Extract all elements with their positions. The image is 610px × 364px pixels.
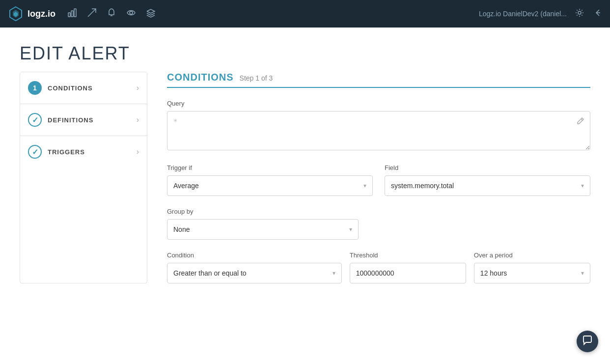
condition-select[interactable]: Greater than or equal to Greater than Le… — [167, 263, 341, 283]
query-group: Query * — [167, 100, 590, 152]
edit-icon[interactable] — [577, 117, 584, 127]
user-text: Logz.io DanielDev2 (daniel... — [479, 10, 567, 18]
section-title-row: CONDITIONS Step 1 of 3 — [167, 72, 590, 83]
svg-point-8 — [130, 11, 133, 14]
group-by-select-wrapper: None ▾ — [167, 219, 359, 240]
chat-icon — [582, 335, 593, 348]
logo-icon — [8, 6, 24, 22]
trigger-field-row: Trigger if Average Sum Min Max Count ▾ F… — [167, 164, 590, 196]
bar-chart-icon[interactable] — [67, 8, 77, 20]
nav-left: logz.io — [8, 6, 156, 22]
conditions-label: CONDITIONS — [48, 84, 137, 92]
trigger-if-select-wrapper: Average Sum Min Max Count ▾ — [167, 175, 373, 196]
send-icon[interactable] — [87, 8, 97, 20]
period-select[interactable]: 1 hour 2 hours 4 hours 6 hours 12 hours … — [474, 263, 590, 283]
condition-row: Condition Greater than or equal to Great… — [167, 252, 590, 283]
svg-rect-4 — [71, 11, 73, 17]
svg-rect-5 — [74, 9, 76, 17]
svg-point-9 — [578, 11, 581, 14]
condition-col: Condition Greater than or equal to Great… — [167, 252, 342, 283]
top-navigation: logz.io — [0, 0, 610, 28]
page-title: EDIT ALERT — [20, 43, 590, 64]
field-label: Field — [385, 164, 590, 171]
chat-widget[interactable] — [577, 331, 598, 352]
definitions-label: DEFINITIONS — [48, 116, 137, 124]
section-divider — [167, 87, 590, 88]
section-header: CONDITIONS Step 1 of 3 — [167, 72, 590, 88]
logo-text: logz.io — [28, 9, 55, 19]
page: EDIT ALERT 1 CONDITIONS › ✓ DEFINITIONS … — [0, 28, 610, 364]
back-icon[interactable] — [592, 8, 602, 20]
nav-right: Logz.io DanielDev2 (daniel... — [479, 8, 602, 20]
triggers-label: TRIGGERS — [48, 148, 137, 156]
svg-line-10 — [581, 119, 582, 120]
group-by-label: Group by — [167, 208, 590, 215]
logo[interactable]: logz.io — [8, 6, 55, 22]
triggers-step-circle: ✓ — [28, 145, 42, 159]
threshold-col: Threshold — [350, 252, 466, 283]
triggers-chevron-icon: › — [137, 147, 139, 156]
field-select-wrapper: system.memory.total ▾ — [385, 175, 590, 196]
sidebar-item-definitions[interactable]: ✓ DEFINITIONS › — [20, 104, 147, 136]
definitions-step-circle: ✓ — [28, 113, 42, 127]
definitions-chevron-icon: › — [137, 115, 139, 124]
trigger-if-col: Trigger if Average Sum Min Max Count ▾ — [167, 164, 373, 196]
period-select-wrapper: 1 hour 2 hours 4 hours 6 hours 12 hours … — [474, 263, 590, 283]
threshold-label: Threshold — [350, 252, 466, 259]
svg-rect-3 — [68, 13, 70, 17]
layers-icon[interactable] — [146, 8, 156, 20]
bell-icon[interactable] — [107, 8, 116, 20]
sidebar: 1 CONDITIONS › ✓ DEFINITIONS › ✓ TRIGGER… — [20, 72, 147, 283]
query-wrapper: * — [167, 111, 590, 152]
conditions-chevron-icon: › — [137, 84, 139, 92]
main-content: 1 CONDITIONS › ✓ DEFINITIONS › ✓ TRIGGER… — [0, 72, 610, 303]
nav-icons — [67, 8, 156, 20]
trigger-if-label: Trigger if — [167, 164, 373, 171]
group-by-select[interactable]: None — [167, 220, 358, 239]
trigger-if-select[interactable]: Average Sum Min Max Count — [167, 176, 372, 196]
group-by-group: Group by None ▾ — [167, 208, 590, 240]
period-col: Over a period 1 hour 2 hours 4 hours 6 h… — [474, 252, 590, 283]
sidebar-item-triggers[interactable]: ✓ TRIGGERS › — [20, 136, 147, 168]
field-select[interactable]: system.memory.total — [385, 176, 590, 196]
query-label: Query — [167, 100, 590, 107]
conditions-step-circle: 1 — [28, 81, 42, 95]
svg-line-6 — [88, 9, 96, 17]
sidebar-item-conditions[interactable]: 1 CONDITIONS › — [20, 72, 147, 104]
query-input[interactable]: * — [167, 111, 590, 150]
page-header: EDIT ALERT — [0, 28, 610, 72]
threshold-input[interactable] — [350, 263, 466, 283]
field-col: Field system.memory.total ▾ — [385, 164, 590, 196]
period-label: Over a period — [474, 252, 590, 259]
section-title: CONDITIONS — [167, 72, 234, 83]
content-area: CONDITIONS Step 1 of 3 Query * — [167, 72, 590, 283]
section-step: Step 1 of 3 — [240, 74, 273, 82]
condition-label: Condition — [167, 252, 342, 259]
eye-icon[interactable] — [126, 8, 136, 20]
settings-icon[interactable] — [575, 8, 584, 20]
condition-select-wrapper: Greater than or equal to Greater than Le… — [167, 263, 342, 283]
